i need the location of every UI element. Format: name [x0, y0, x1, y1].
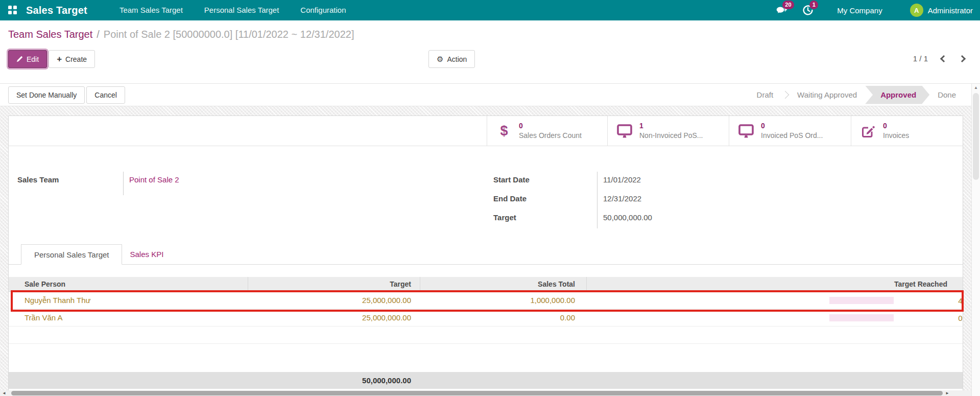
- pager-value: 1 / 1: [913, 54, 928, 63]
- form-background: $ 0 Sales Orders Count 1 Non-Invoiced Po…: [0, 106, 980, 396]
- end-date-label: End Date: [493, 191, 597, 209]
- empty-row: [9, 327, 963, 344]
- cell-target: 25,000,000.00: [248, 292, 420, 309]
- stat-button-invoiced-pos[interactable]: 0 Invoiced PoS Ord...: [729, 116, 851, 146]
- end-date-value: 12/31/2022: [597, 191, 799, 209]
- action-button[interactable]: ⚙ Action: [428, 50, 475, 68]
- control-panel: Team Sales Target/Point of Sale 2 [50000…: [0, 20, 980, 84]
- dollar-icon: $: [495, 124, 513, 138]
- control-panel-buttons: Edit + Create ⚙ Action 1 / 1: [0, 42, 980, 83]
- breadcrumb-separator: /: [97, 29, 100, 40]
- cell-target-reached: 0%: [586, 309, 963, 326]
- cell-sale-person: Trần Văn A: [9, 309, 248, 326]
- scroll-left-arrow-icon[interactable]: ◄: [2, 390, 6, 396]
- stat-label: Invoices: [883, 131, 909, 141]
- navbar-systray: 20 1 My Company A Administrator: [768, 4, 973, 17]
- apps-menu-icon[interactable]: [8, 6, 17, 15]
- status-step-draft[interactable]: Draft: [750, 86, 781, 104]
- pager-previous-button[interactable]: [940, 55, 947, 62]
- breadcrumb-current: Point of Sale 2 [50000000.0] [11/01/2022…: [104, 29, 354, 40]
- stat-button-invoices[interactable]: 0 Invoices: [851, 116, 963, 146]
- monitor-icon: [616, 124, 633, 138]
- form-sheet: $ 0 Sales Orders Count 1 Non-Invoiced Po…: [8, 115, 963, 396]
- pager-next-button[interactable]: [959, 55, 966, 62]
- scroll-up-arrow-icon[interactable]: ▲: [972, 84, 980, 92]
- cell-target: 25,000,000.00: [248, 309, 420, 326]
- breadcrumb-parent[interactable]: Team Sales Target: [8, 29, 92, 40]
- cancel-button[interactable]: Cancel: [86, 86, 125, 104]
- start-date-label: Start Date: [493, 172, 597, 191]
- progress-bar: [829, 314, 894, 321]
- user-menu[interactable]: A Administrator: [910, 4, 973, 17]
- table-row[interactable]: Trần Văn A 25,000,000.00 0.00 0%: [9, 309, 963, 327]
- personal-sales-target-list: Sale Person Target Sales Total Target Re…: [9, 277, 963, 389]
- vertical-scrollbar-thumb[interactable]: [973, 93, 979, 180]
- stat-button-box: $ 0 Sales Orders Count 1 Non-Invoiced Po…: [9, 116, 963, 146]
- stat-button-non-invoiced-pos[interactable]: 1 Non-Invoiced PoS...: [607, 116, 729, 146]
- messages-badge: 20: [782, 1, 794, 9]
- edit-note-icon: [859, 124, 877, 138]
- cell-target-reached: 4%: [586, 292, 963, 309]
- stat-label: Sales Orders Count: [519, 131, 582, 141]
- status-step-approved[interactable]: Approved: [865, 86, 929, 104]
- progress-bar: [829, 297, 894, 304]
- messages-button[interactable]: 20: [776, 5, 787, 15]
- status-step-done[interactable]: Done: [930, 86, 963, 104]
- form-fields: Sales Team Point of Sale 2 Start Date 11…: [9, 172, 963, 228]
- chevron-right-icon: [781, 91, 790, 99]
- menu-personal-sales-target[interactable]: Personal Sales Target: [194, 0, 290, 20]
- top-navbar: Sales Target Team Sales Target Personal …: [0, 0, 980, 20]
- notebook-tabs: Personal Sales Target Sales KPI: [9, 244, 963, 265]
- target-value: 50,000,000.00: [597, 209, 799, 228]
- edit-button[interactable]: Edit: [8, 50, 47, 68]
- sales-team-label: Sales Team: [17, 172, 123, 195]
- stat-label: Non-Invoiced PoS...: [639, 131, 703, 141]
- table-total-row: 50,000,000.00: [9, 372, 963, 389]
- cell-sale-person: Nguyễn Thanh Thư: [9, 292, 248, 309]
- user-name: Administrator: [928, 6, 973, 15]
- stat-value: 1: [639, 121, 703, 131]
- gear-icon: ⚙: [437, 55, 443, 63]
- horizontal-scrollbar-thumb[interactable]: [11, 391, 943, 395]
- company-switcher[interactable]: My Company: [837, 6, 882, 15]
- tab-sales-kpi[interactable]: Sales KPI: [122, 244, 171, 265]
- menu-team-sales-target[interactable]: Team Sales Target: [109, 0, 194, 20]
- set-done-manually-button[interactable]: Set Done Manually: [8, 86, 85, 104]
- start-date-value: 11/01/2022: [597, 172, 799, 191]
- statusbar: Draft Waiting Approved Approved Done: [750, 86, 963, 104]
- stat-button-sales-orders[interactable]: $ 0 Sales Orders Count: [487, 116, 607, 146]
- cell-sales-total: 0.00: [420, 309, 586, 326]
- breadcrumb: Team Sales Target/Point of Sale 2 [50000…: [0, 20, 980, 42]
- monitor-icon: [737, 124, 755, 138]
- stat-label: Invoiced PoS Ord...: [761, 131, 823, 141]
- status-step-waiting-approved[interactable]: Waiting Approved: [790, 86, 864, 104]
- column-header-target[interactable]: Target: [248, 277, 420, 291]
- scroll-right-arrow-icon[interactable]: ►: [945, 390, 949, 396]
- target-reached-percent: 0%: [958, 313, 963, 322]
- sales-team-value-link[interactable]: Point of Sale 2: [129, 175, 179, 184]
- pencil-icon: [16, 56, 23, 62]
- horizontal-scrollbar[interactable]: ◄ ►: [0, 390, 971, 396]
- create-button[interactable]: + Create: [49, 50, 95, 68]
- avatar: A: [910, 4, 923, 17]
- stat-value: 0: [761, 121, 823, 131]
- menu-configuration[interactable]: Configuration: [290, 0, 356, 20]
- pager: 1 / 1: [913, 50, 965, 63]
- stat-value: 0: [883, 121, 909, 131]
- tab-personal-sales-target[interactable]: Personal Sales Target: [21, 244, 122, 265]
- stat-value: 0: [519, 121, 582, 131]
- workflow-row: Set Done Manually Cancel Draft Waiting A…: [0, 84, 980, 106]
- target-column-total: 50,000,000.00: [248, 372, 420, 389]
- target-label: Target: [493, 209, 597, 228]
- activities-badge: 1: [809, 1, 818, 9]
- column-header-sales-total[interactable]: Sales Total: [420, 277, 586, 291]
- table-row[interactable]: Nguyễn Thanh Thư 25,000,000.00 1,000,000…: [9, 292, 963, 309]
- target-reached-percent: 4%: [958, 296, 963, 305]
- column-header-sale-person[interactable]: Sale Person: [9, 277, 248, 291]
- column-header-target-reached[interactable]: Target Reached: [586, 277, 963, 291]
- vertical-scrollbar[interactable]: ▲: [971, 84, 980, 396]
- cell-sales-total: 1,000,000.00: [420, 292, 586, 309]
- activities-button[interactable]: 1: [803, 5, 813, 15]
- plus-icon: +: [57, 55, 62, 63]
- app-brand[interactable]: Sales Target: [26, 5, 87, 16]
